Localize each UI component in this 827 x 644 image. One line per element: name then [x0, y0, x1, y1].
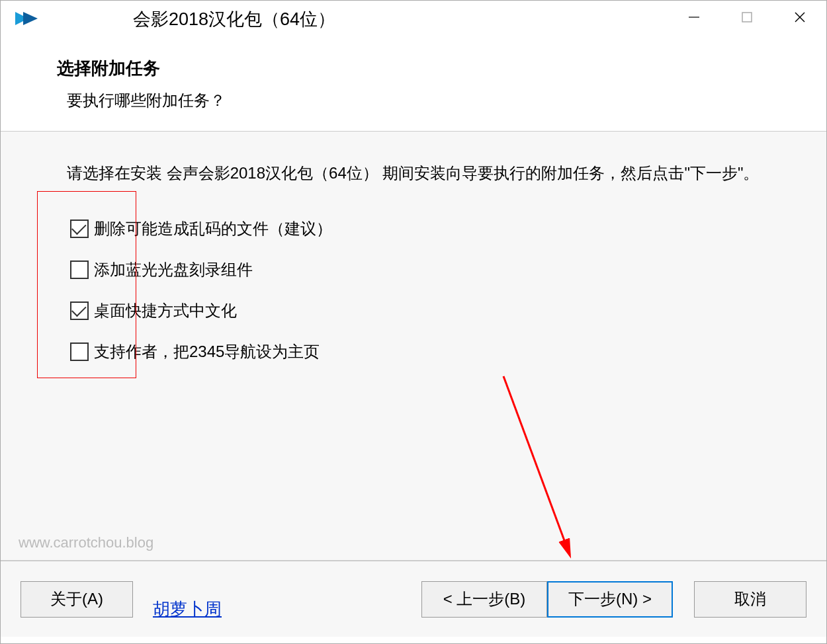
next-button[interactable]: 下一步(N) >	[547, 581, 673, 618]
svg-rect-3	[742, 13, 752, 22]
watermark-text: www.carrotchou.blog	[19, 534, 153, 551]
instruction-text: 请选择在安装 会声会影2018汉化包（64位） 期间安装向导要执行的附加任务，然…	[67, 161, 760, 185]
header-section: 选择附加任务 要执行哪些附加任务？	[1, 37, 826, 131]
checkbox-item-bluray: 添加蓝光光盘刻录组件	[70, 259, 760, 280]
window-controls	[668, 1, 826, 34]
checkbox-delete-files[interactable]	[70, 220, 89, 238]
author-link[interactable]: 胡萝卜周	[153, 598, 222, 621]
svg-marker-1	[23, 12, 38, 25]
about-button[interactable]: 关于(A)	[21, 581, 133, 618]
checkbox-item-shortcut: 桌面快捷方式中文化	[70, 300, 760, 321]
checkbox-item-delete-files: 删除可能造成乱码的文件（建议）	[70, 218, 760, 239]
close-button[interactable]	[773, 1, 826, 34]
checkbox-label: 支持作者，把2345导航设为主页	[94, 341, 320, 362]
checkbox-label: 删除可能造成乱码的文件（建议）	[94, 218, 332, 239]
app-icon	[14, 9, 40, 29]
page-subtitle: 要执行哪些附加任务？	[57, 90, 826, 111]
checkbox-shortcut[interactable]	[70, 302, 89, 320]
svg-line-7	[503, 376, 570, 555]
content-area: 请选择在安装 会声会影2018汉化包（64位） 期间安装向导要执行的附加任务，然…	[1, 131, 826, 561]
page-title: 选择附加任务	[57, 57, 826, 80]
checkbox-homepage[interactable]	[70, 342, 89, 361]
checkbox-label: 桌面快捷方式中文化	[94, 300, 237, 321]
maximize-button[interactable]	[720, 1, 773, 34]
window-title: 会影2018汉化包（64位）	[47, 7, 335, 31]
cancel-button[interactable]: 取消	[694, 581, 806, 618]
checkbox-bluray[interactable]	[70, 261, 89, 279]
checkbox-item-homepage: 支持作者，把2345导航设为主页	[70, 341, 760, 362]
checkbox-label: 添加蓝光光盘刻录组件	[94, 259, 253, 280]
annotation-arrow	[497, 370, 629, 568]
titlebar: 会影2018汉化包（64位）	[1, 1, 826, 37]
installer-window: 会影2018汉化包（64位） 选择附加任务 要执行哪些附加任务？ 请选择在安装 …	[0, 0, 827, 644]
checkbox-list: 删除可能造成乱码的文件（建议） 添加蓝光光盘刻录组件 桌面快捷方式中文化 支持作…	[67, 218, 760, 362]
minimize-button[interactable]	[668, 1, 720, 34]
back-button[interactable]: < 上一步(B)	[421, 581, 547, 618]
footer: 关于(A) 胡萝卜周 < 上一步(B) 下一步(N) > 取消	[1, 561, 826, 637]
